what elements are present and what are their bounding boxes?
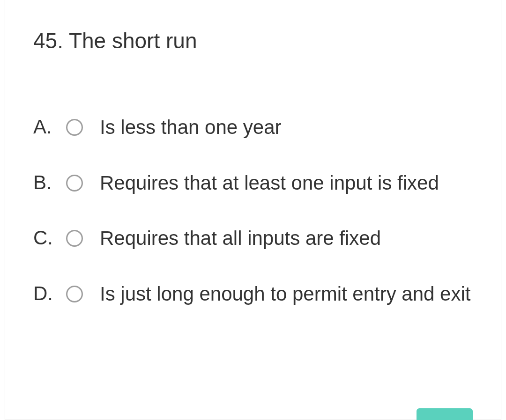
radio-c[interactable] (66, 230, 83, 247)
option-letter: D. (33, 281, 58, 307)
radio-a[interactable] (66, 119, 83, 136)
radio-d[interactable] (66, 286, 83, 302)
action-button[interactable] (417, 408, 473, 420)
question-text: The short run (69, 29, 197, 53)
option-text: Requires that at least one input is fixe… (91, 170, 473, 197)
option-letter: B. (33, 170, 58, 196)
option-a[interactable]: A. Is less than one year (33, 114, 473, 141)
option-letter: C. (33, 225, 58, 251)
radio-b[interactable] (66, 175, 83, 192)
option-d[interactable]: D. Is just long enough to permit entry a… (33, 281, 473, 308)
option-text: Is just long enough to permit entry and … (91, 281, 473, 308)
option-b[interactable]: B. Requires that at least one input is f… (33, 170, 473, 197)
question-card: 45. The short run A. Is less than one ye… (5, 0, 501, 420)
option-text: Requires that all inputs are fixed (91, 225, 473, 252)
question-number: 45. (33, 29, 63, 53)
option-letter: A. (33, 114, 58, 140)
option-text: Is less than one year (91, 114, 473, 141)
question-title: 45. The short run (33, 28, 473, 53)
option-c[interactable]: C. Requires that all inputs are fixed (33, 225, 473, 252)
options-list: A. Is less than one year B. Requires tha… (33, 114, 473, 308)
